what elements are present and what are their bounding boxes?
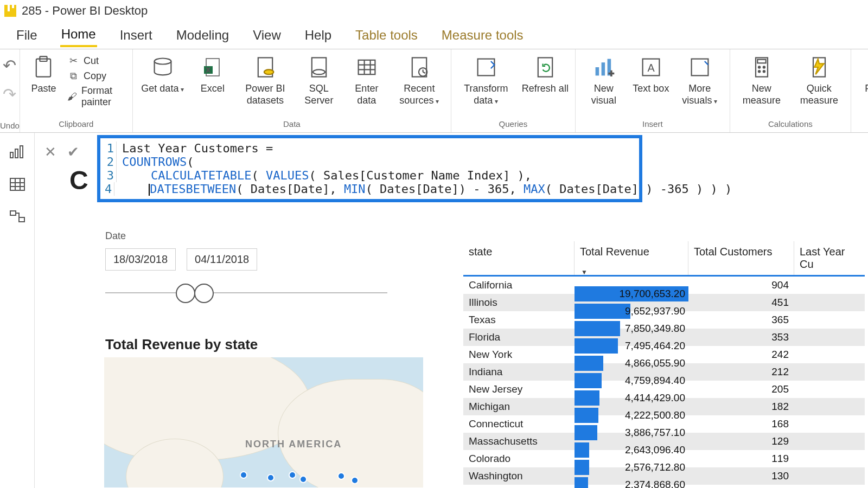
- table-icon: [355, 55, 379, 79]
- map-point[interactable]: [240, 471, 247, 479]
- col-header-last-year[interactable]: Last Year Cu: [794, 241, 865, 275]
- new-visual-button[interactable]: +New visual: [581, 52, 627, 106]
- cell-customers: 451: [688, 297, 794, 309]
- cell-state: Connecticut: [463, 418, 575, 430]
- tab-table-tools[interactable]: Table tools: [354, 24, 419, 46]
- report-view-button[interactable]: [8, 144, 27, 160]
- svg-rect-21: [595, 67, 599, 75]
- textbox-icon: A: [639, 55, 663, 79]
- svg-point-2: [154, 59, 171, 65]
- svg-rect-39: [20, 146, 23, 158]
- recent-sources-button[interactable]: Recent sources: [393, 52, 445, 106]
- svg-text:+: +: [609, 68, 614, 79]
- tab-view[interactable]: View: [252, 24, 282, 46]
- svg-rect-38: [15, 149, 18, 158]
- cell-customers: 242: [688, 349, 794, 361]
- calculations-group-label: Calculations: [768, 119, 813, 131]
- slider-handle-start[interactable]: [176, 284, 195, 303]
- copy-button[interactable]: ⧉Copy: [67, 70, 127, 82]
- sql-server-button[interactable]: SQL Server: [298, 52, 340, 106]
- map-point[interactable]: [289, 471, 296, 479]
- queries-group-label: Queries: [499, 119, 528, 131]
- map-point[interactable]: [267, 474, 275, 481]
- ribbon-group-insert: +New visual AText box More visuals Inser…: [576, 49, 730, 132]
- revenue-bar: [575, 408, 598, 423]
- cell-customers: 365: [688, 314, 794, 326]
- redo-button[interactable]: ↷: [3, 85, 16, 104]
- svg-rect-22: [601, 62, 605, 75]
- col-header-state[interactable]: state: [463, 241, 575, 275]
- text-box-button[interactable]: AText box: [632, 52, 670, 95]
- format-painter-button[interactable]: 🖌Format painter: [67, 85, 127, 108]
- data-group-label: Data: [283, 119, 301, 131]
- svg-rect-45: [10, 211, 16, 215]
- svg-line-18: [423, 72, 425, 73]
- data-view-button[interactable]: [8, 176, 27, 192]
- date-from-input[interactable]: 18/03/2018: [105, 248, 176, 271]
- revenue-bar: [575, 425, 597, 440]
- quick-measure-button[interactable]: Quick measure: [793, 52, 845, 106]
- map-point[interactable]: [351, 477, 359, 484]
- col-header-total-revenue[interactable]: Total Revenue: [575, 241, 688, 275]
- publish-button[interactable]: Publish: [857, 52, 868, 95]
- excel-button[interactable]: XExcel: [193, 52, 233, 95]
- date-slicer[interactable]: Date 18/03/2018 04/11/2018: [105, 230, 387, 304]
- tab-help[interactable]: Help: [304, 24, 333, 46]
- undo-button[interactable]: ↶: [3, 56, 16, 75]
- datasets-icon: [253, 55, 277, 79]
- svg-rect-37: [10, 152, 13, 158]
- cell-state: Colorado: [463, 453, 575, 465]
- window-titlebar: 285 - Power BI Desktop: [0, 0, 868, 22]
- tab-insert[interactable]: Insert: [119, 24, 154, 46]
- formula-commit-button[interactable]: ✔: [67, 144, 79, 160]
- enter-data-button[interactable]: Enter data: [346, 52, 388, 106]
- refresh-button[interactable]: Refresh all: [521, 52, 570, 95]
- get-data-button[interactable]: Get data: [138, 52, 187, 95]
- calculator-icon: [750, 55, 774, 79]
- svg-point-33: [763, 70, 765, 72]
- table-row[interactable]: California19,700,653.20904: [463, 277, 865, 294]
- cell-state: Michigan: [463, 401, 575, 413]
- formula-bar[interactable]: 1Last Year Customers = 2COUNTROWS( 3 CAL…: [97, 135, 642, 202]
- refresh-icon: [533, 55, 557, 79]
- sql-icon: [307, 55, 331, 79]
- cell-customers: 182: [688, 401, 794, 413]
- cell-state: Massachusetts: [463, 435, 575, 447]
- ribbon: ↶ ↷ Undo Paste ✂Cut ⧉Copy 🖌Format painte…: [0, 49, 868, 133]
- svg-point-16: [419, 68, 427, 76]
- date-to-input[interactable]: 04/11/2018: [187, 248, 257, 271]
- date-slider[interactable]: [105, 282, 387, 304]
- slider-handle-end[interactable]: [194, 284, 214, 303]
- tab-file[interactable]: File: [15, 24, 39, 46]
- cell-state: Illinois: [463, 297, 575, 309]
- cut-button[interactable]: ✂Cut: [67, 55, 127, 67]
- svg-rect-46: [19, 217, 24, 222]
- paste-button[interactable]: Paste: [25, 52, 62, 95]
- table-visual[interactable]: state Total Revenue Total Customers Last…: [463, 241, 865, 485]
- col-header-total-customers[interactable]: Total Customers: [688, 241, 794, 275]
- more-visuals-button[interactable]: More visuals: [675, 52, 724, 106]
- cell-state: Texas: [463, 314, 575, 326]
- cell-customers: 353: [688, 331, 794, 343]
- tab-measure-tools[interactable]: Measure tools: [441, 24, 525, 46]
- cell-state: New York: [463, 349, 575, 361]
- formula-cancel-button[interactable]: ✕: [44, 144, 56, 160]
- ribbon-group-share: Publish Share: [851, 49, 868, 132]
- more-visuals-icon: [688, 55, 712, 79]
- window-title: 285 - Power BI Desktop: [22, 4, 148, 18]
- transform-data-button[interactable]: Transform data: [457, 52, 515, 106]
- new-measure-button[interactable]: New measure: [736, 52, 788, 106]
- tab-modeling[interactable]: Modeling: [175, 24, 230, 46]
- slicer-title: Date: [105, 230, 387, 242]
- ribbon-group-queries: Transform data Refresh all Queries: [451, 49, 576, 132]
- map-visual[interactable]: NORTH AMERICA: [104, 357, 423, 487]
- tab-home[interactable]: Home: [60, 23, 97, 47]
- cell-state: California: [463, 279, 575, 291]
- copy-icon: ⧉: [67, 70, 79, 82]
- map-point[interactable]: [337, 472, 345, 480]
- map-point[interactable]: [299, 476, 307, 483]
- revenue-bar: [575, 477, 588, 488]
- pbi-datasets-button[interactable]: Power BI datasets: [238, 52, 292, 106]
- model-view-button[interactable]: [8, 209, 27, 225]
- cell-state: Florida: [463, 331, 575, 343]
